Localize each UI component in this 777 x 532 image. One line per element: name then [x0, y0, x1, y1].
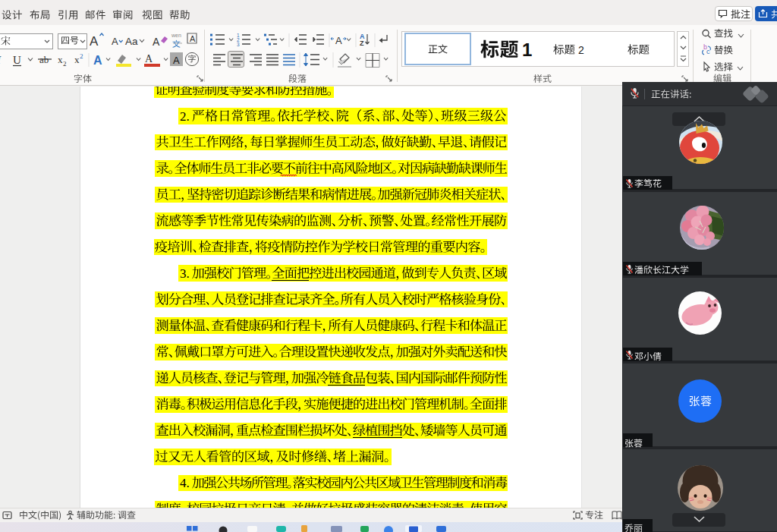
svg-text:2: 2 — [80, 52, 83, 60]
svg-text:c: c — [706, 48, 710, 55]
svg-text:A: A — [93, 54, 102, 67]
svg-text:Aa: Aa — [125, 36, 138, 47]
svg-text:Z: Z — [360, 39, 364, 47]
svg-text:U: U — [13, 54, 21, 66]
svg-text:3: 3 — [237, 42, 240, 47]
svg-text:x: x — [74, 54, 80, 65]
svg-text:I: I — [0, 54, 2, 66]
svg-text:A: A — [173, 55, 180, 66]
svg-text:A: A — [190, 34, 196, 43]
svg-text:A: A — [153, 36, 160, 48]
svg-text:A: A — [90, 34, 99, 49]
svg-text:x: x — [58, 54, 63, 65]
svg-text:2: 2 — [63, 60, 67, 68]
svg-text:A: A — [335, 35, 342, 46]
svg-text:A: A — [145, 53, 153, 65]
svg-text:A: A — [112, 36, 118, 47]
